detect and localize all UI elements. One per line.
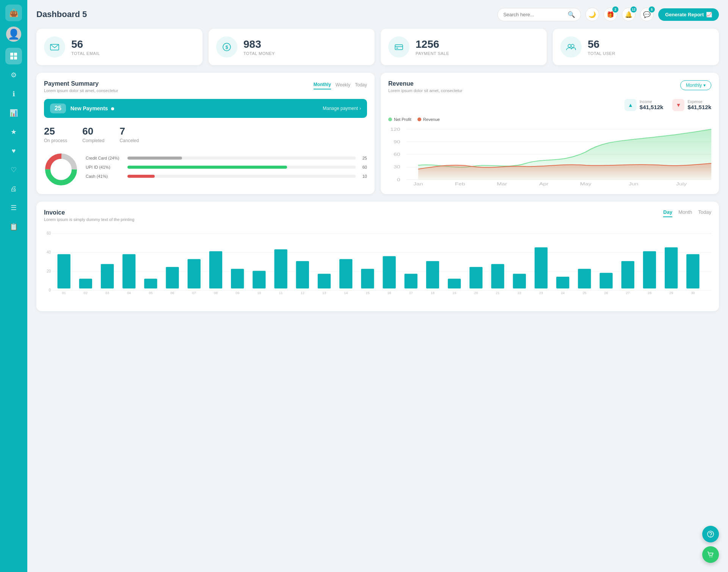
canceled-label: Canceled bbox=[119, 138, 139, 143]
user-icon bbox=[560, 36, 582, 58]
bar-23 bbox=[535, 248, 548, 289]
invoice-tab-day[interactable]: Day bbox=[663, 209, 672, 217]
search-input[interactable] bbox=[503, 12, 565, 17]
cart-float-btn[interactable] bbox=[702, 546, 719, 563]
header-right: 🔍 🌙 🎁 2 🔔 12 💬 5 Generate Report 📈 bbox=[497, 8, 719, 21]
svg-text:$: $ bbox=[226, 45, 228, 50]
new-payments-count: 25 bbox=[50, 103, 66, 113]
search-box[interactable]: 🔍 bbox=[497, 8, 581, 21]
chat-btn[interactable]: 💬 5 bbox=[640, 8, 654, 21]
bar-30 bbox=[686, 254, 699, 288]
stat-info-email: 56 TOTAL EMAIL bbox=[71, 38, 100, 56]
manage-payment-link[interactable]: Manage payment › bbox=[323, 106, 361, 111]
cash-val: 10 bbox=[359, 174, 367, 179]
svg-text:0: 0 bbox=[397, 178, 400, 182]
svg-rect-9 bbox=[396, 48, 398, 49]
bar-20 bbox=[469, 267, 482, 288]
svg-text:0: 0 bbox=[49, 288, 51, 292]
sidebar-item-print[interactable]: 🖨 bbox=[5, 180, 22, 197]
sidebar-item-list[interactable]: ☰ bbox=[5, 199, 22, 216]
sidebar-item-doc[interactable]: 📋 bbox=[5, 218, 22, 235]
svg-text:20: 20 bbox=[47, 269, 51, 273]
revenue-monthly-btn[interactable]: Monthly ▾ bbox=[680, 80, 711, 90]
payment-stats: 25 On process 60 Completed 7 Canceled bbox=[44, 125, 367, 143]
payment-summary-header: Payment Summary Lorem ipsum dolor sit am… bbox=[44, 80, 367, 93]
sidebar-item-settings[interactable]: ⚙ bbox=[5, 67, 22, 83]
bar-11 bbox=[274, 249, 287, 288]
bar-06 bbox=[166, 267, 179, 288]
revenue-header: Revenue Lorem ipsum dolor sit amet, cons… bbox=[388, 80, 711, 93]
theme-toggle-btn[interactable]: 🌙 bbox=[585, 8, 599, 21]
gift-badge: 2 bbox=[612, 6, 618, 13]
invoice-title: Invoice bbox=[44, 209, 134, 216]
sidebar-item-chart[interactable]: 📊 bbox=[5, 105, 22, 121]
stats-grid: 56 TOTAL EMAIL $ 983 TOTAL MONEY bbox=[36, 29, 719, 65]
expense-val: $41,512k bbox=[687, 104, 711, 110]
tab-today[interactable]: Today bbox=[355, 81, 367, 89]
tab-monthly[interactable]: Monthly bbox=[314, 80, 331, 89]
svg-rect-1 bbox=[14, 53, 17, 56]
x-label-03: 03 bbox=[105, 291, 109, 295]
sidebar-item-star[interactable]: ★ bbox=[5, 124, 22, 140]
avatar[interactable]: 👤 bbox=[6, 27, 21, 42]
invoice-tab-today[interactable]: Today bbox=[698, 209, 711, 217]
net-profit-dot bbox=[388, 118, 392, 121]
bar-08 bbox=[209, 251, 222, 288]
svg-rect-3 bbox=[14, 56, 17, 60]
bar-17 bbox=[405, 274, 417, 288]
sidebar-logo[interactable]: 👜 bbox=[5, 5, 22, 21]
bar-21 bbox=[491, 264, 504, 288]
bar-12 bbox=[296, 261, 309, 288]
creditcard-label: Credit Card (24%) bbox=[86, 156, 124, 160]
revenue-meta: ▲ Income $41,512k ▼ Expense $41,512k bbox=[388, 99, 711, 111]
bar-13 bbox=[318, 274, 331, 288]
bar-14 bbox=[339, 259, 352, 289]
x-label-16: 16 bbox=[388, 291, 391, 295]
x-label-02: 02 bbox=[84, 291, 88, 295]
money-icon: $ bbox=[216, 36, 237, 58]
svg-text:Jan: Jan bbox=[413, 182, 423, 186]
svg-text:Jun: Jun bbox=[629, 182, 638, 186]
user-number: 56 bbox=[588, 38, 615, 50]
income-stat: ▲ Income $41,512k bbox=[624, 99, 664, 111]
income-label: Income bbox=[640, 100, 664, 104]
chevron-down-icon: ▾ bbox=[703, 83, 706, 88]
sidebar: 👜 👤 ⚙ ℹ 📊 ★ ♥ ♡ 🖨 ☰ 📋 bbox=[0, 0, 27, 572]
x-label-20: 20 bbox=[474, 291, 478, 295]
sidebar-item-dashboard[interactable] bbox=[5, 48, 22, 64]
svg-rect-0 bbox=[10, 53, 13, 56]
generate-report-button[interactable]: Generate Report 📈 bbox=[658, 8, 719, 21]
upi-label: UPI ID (41%) bbox=[86, 165, 124, 169]
sidebar-item-heart2[interactable]: ♡ bbox=[5, 161, 22, 178]
svg-text:40: 40 bbox=[47, 250, 51, 254]
invoice-tab-month[interactable]: Month bbox=[678, 209, 692, 217]
completed-label: Completed bbox=[82, 138, 104, 143]
x-label-30: 30 bbox=[691, 291, 695, 295]
chart-legend: Net Profit Revenue bbox=[388, 117, 711, 122]
invoice-bar-chart: 60 40 20 0 01020304050607080910111213141… bbox=[44, 228, 711, 304]
floating-buttons bbox=[702, 526, 719, 563]
revenue-dot bbox=[417, 118, 421, 121]
search-icon: 🔍 bbox=[568, 11, 575, 18]
chat-badge: 5 bbox=[649, 6, 655, 13]
bar-02 bbox=[79, 279, 92, 288]
legend-net-profit: Net Profit bbox=[388, 117, 411, 122]
sidebar-item-heart[interactable]: ♥ bbox=[5, 143, 22, 159]
bar-10 bbox=[253, 271, 265, 289]
gift-btn[interactable]: 🎁 2 bbox=[604, 8, 617, 21]
x-label-09: 09 bbox=[235, 291, 239, 295]
x-label-25: 25 bbox=[582, 291, 586, 295]
bar-26 bbox=[599, 273, 612, 288]
bell-btn[interactable]: 🔔 12 bbox=[622, 8, 635, 21]
money-label: TOTAL MONEY bbox=[243, 51, 275, 56]
np-dot bbox=[111, 107, 114, 110]
invoice-chart-wrap: 60 40 20 0 01020304050607080910111213141… bbox=[44, 228, 711, 304]
legend-revenue: Revenue bbox=[417, 117, 440, 122]
bar-05 bbox=[144, 279, 157, 288]
support-float-btn[interactable] bbox=[702, 526, 719, 542]
tab-weekly[interactable]: Weekly bbox=[336, 81, 350, 89]
creditcard-val: 25 bbox=[359, 156, 367, 160]
sidebar-item-info[interactable]: ℹ bbox=[5, 86, 22, 102]
x-label-11: 11 bbox=[279, 291, 283, 295]
x-label-04: 04 bbox=[127, 291, 131, 295]
